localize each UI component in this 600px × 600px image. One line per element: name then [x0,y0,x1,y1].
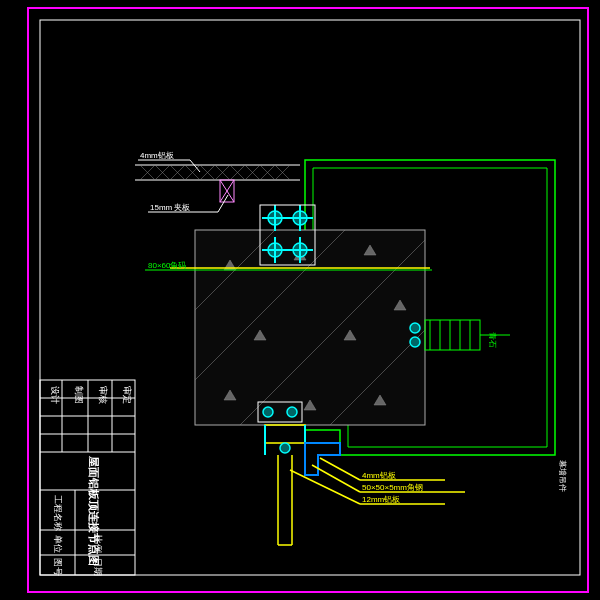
drop-element [220,180,234,202]
svg-line-75 [320,458,360,480]
tb-r4: 审定 [122,386,132,404]
leaders-bottom: 4mm铝板 50×50×5mm角钢 12mm铝板 [290,458,465,504]
svg-point-61 [287,407,297,417]
leader-left-green: 80×60角码 [148,261,186,270]
svg-point-66 [280,443,290,453]
tb-sub2: 图号 [53,558,63,576]
leader-top-left: 4mm铝板 [138,151,200,172]
ceiling-slab [135,165,300,180]
svg-point-59 [410,337,420,347]
tb-c2: 比例 [93,535,103,553]
leader-left-mid: 15mm 夹板 [148,195,228,212]
bottom-assembly [265,425,340,545]
tb-c1: 单位 [53,535,63,553]
tb-r1: 设计 [50,386,60,404]
tb-r3: 审核 [98,386,108,404]
svg-line-79 [290,470,360,504]
label-bot1: 4mm铝板 [362,471,396,480]
label-left-mid: 15mm 夹板 [150,203,190,212]
svg-rect-52 [425,320,480,350]
leader-right-white: 幕墙吊件 [558,460,567,492]
svg-rect-63 [265,425,305,443]
tb-sub1: 工程名称 [53,495,63,531]
label-bot3: 12mm铝板 [362,495,400,504]
svg-point-58 [410,323,420,333]
svg-point-60 [263,407,273,417]
svg-line-77 [312,465,360,492]
tb-r2: 制图 [74,386,84,404]
label-right-white: 幕墙吊件 [558,460,567,492]
leader-right-green: 青石 [480,332,510,348]
tb-c3: 日期 [93,558,103,576]
concrete-block [195,230,425,425]
cad-drawing: 4mm铝板 15mm 夹板 80×60角码 青石 4mm铝板 50×50×5mm… [0,0,600,600]
label-right-green: 青石 [488,332,497,348]
label-left-green: 80×60角码 [148,261,186,270]
label-top-left: 4mm铝板 [140,151,174,160]
title-block: 设计 制图 审核 审定 屋面铝板顶连接节点图 工程名称 单位 比例 图号 日期 [40,380,135,576]
label-bot2: 50×50×5mm角钢 [362,483,423,492]
